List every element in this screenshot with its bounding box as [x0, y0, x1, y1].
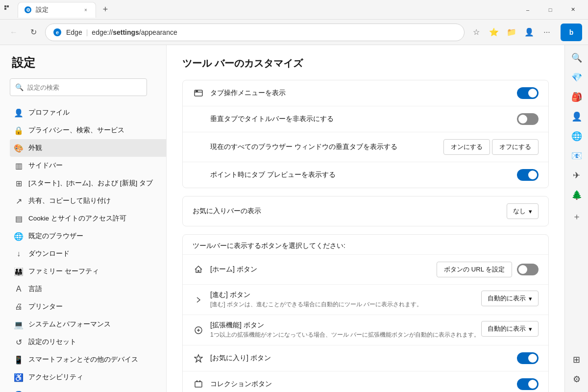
sidebar-item-share[interactable]: ↗ 共有、コピーして貼り付け	[10, 192, 166, 210]
tab-preview-icon	[193, 169, 204, 181]
minimize-button[interactable]: –	[516, 0, 539, 20]
maximize-button[interactable]: □	[539, 0, 562, 20]
right-sidebar: 🔍 💎 🎒 👤 🌐 📧 ✈ 🌲 ＋ ⊞ ⚙	[564, 45, 588, 392]
collections-icon[interactable]: 📁	[504, 24, 519, 40]
vertical-titlebar-icon	[193, 113, 204, 125]
sidebar-item-profile[interactable]: 👤 プロファイル	[10, 104, 166, 122]
nav-icon-privacy: 🔒	[14, 125, 24, 135]
sidebar-item-cookies[interactable]: ▤ Cookie とサイトのアクセス許可	[10, 210, 166, 227]
extensions-btn-dropdown[interactable]: 自動的に表示 ▾	[481, 321, 539, 337]
search-input[interactable]	[27, 84, 142, 91]
bookmark-icon[interactable]: ⭐	[486, 24, 502, 40]
right-user-icon[interactable]: 👤	[568, 108, 586, 125]
back-button[interactable]: ←	[6, 24, 22, 40]
close-button[interactable]: ✕	[562, 0, 584, 20]
nav-icon-phone: 📱	[14, 355, 24, 365]
forward-btn-arrow: ▾	[529, 295, 532, 302]
vertical-tabs-all-row: 現在のすべてのブラウザー ウィンドウの垂直タブを表示する オンにする オフにする	[183, 132, 548, 162]
nav-icon-cookies: ▤	[14, 214, 24, 223]
forward-btn-dropdown[interactable]: 自動的に表示 ▾	[481, 291, 539, 306]
favorites-bar-row: お気に入りバーの表示 なし ▾	[183, 196, 548, 226]
extensions-btn-row: [拡張機能] ボタン 1つ以上の拡張機能がオンになっている場合、ツール バーに拡…	[183, 315, 548, 345]
nav-icon-family: 👨‍👩‍👧	[14, 267, 24, 276]
tab-favicon: ⚙	[24, 6, 32, 14]
favorites-btn-label: [お気に入り] ボタン	[210, 354, 517, 363]
sidebar-item-family[interactable]: 👨‍👩‍👧 ファミリー セーフティ	[10, 263, 166, 280]
nav-icon-downloads: ↓	[14, 249, 24, 259]
tab-close-button[interactable]: ×	[82, 6, 90, 14]
sidebar-item-default-browser[interactable]: 🌐 既定のブラウザー	[10, 227, 166, 245]
nav-icon-profile: 👤	[14, 108, 24, 118]
nav-label-cookies: Cookie とサイトのアクセス許可	[28, 214, 126, 223]
nav-label-sidebar: サイドバー	[28, 161, 63, 170]
vertical-titlebar-toggle[interactable]	[517, 113, 539, 125]
active-tab[interactable]: ⚙ 設定 ×	[18, 2, 96, 18]
right-add-icon[interactable]: ＋	[568, 208, 586, 225]
new-tab-button[interactable]: +	[98, 2, 113, 17]
home-btn-toggle[interactable]	[517, 264, 539, 275]
svg-text:⚙: ⚙	[26, 7, 30, 13]
sidebar-item-sidebar[interactable]: ▥ サイドバー	[10, 157, 166, 174]
favorites-bar-dropdown[interactable]: なし ▾	[507, 203, 539, 219]
extensions-icon	[193, 324, 204, 336]
nav-icon-language: A	[14, 284, 24, 294]
sidebar-item-printer[interactable]: 🖨 プリンター	[10, 298, 166, 316]
sidebar-item-phone[interactable]: 📱 スマートフォンとその他のデバイス	[10, 351, 166, 368]
right-tools-icon[interactable]: 🎒	[568, 88, 586, 106]
turn-on-button[interactable]: オンにする	[443, 139, 490, 155]
nav-label-accessibility: アクセシビリティ	[28, 373, 83, 382]
right-globe-icon[interactable]: 🌐	[568, 127, 586, 145]
svg-rect-1	[7, 5, 9, 7]
right-outlook-icon[interactable]: 📧	[568, 147, 586, 165]
sidebar-item-language[interactable]: A 言語	[10, 280, 166, 298]
nav-label-default-browser: 既定のブラウザー	[28, 232, 83, 241]
right-settings-icon[interactable]: ⚙	[568, 370, 586, 388]
toolbar-buttons-card: ツールバーに表示するボタンを選択してください: [ホーム] ボタン ボタンの U…	[182, 234, 549, 392]
collections-btn-toggle[interactable]	[517, 378, 539, 390]
nav-label-downloads: ダウンロード	[28, 249, 70, 258]
sidebar-item-appearance[interactable]: 🎨 外観	[10, 139, 166, 157]
sidebar-item-system[interactable]: 💻 システムとパフォーマンス	[10, 316, 166, 333]
sidebar-item-accessibility[interactable]: ♿ アクセシビリティ	[10, 368, 166, 386]
refresh-button[interactable]: ↻	[25, 24, 41, 40]
favorites-icon[interactable]: ☆	[468, 24, 484, 40]
sidebar-item-new-tab[interactable]: ⊞ [スタート]、[ホーム]、および [新規] タブ	[10, 174, 166, 192]
right-teams-icon[interactable]: ✈	[568, 167, 586, 184]
right-split-icon[interactable]: ⊞	[568, 351, 586, 368]
forward-btn-row: [進む] ボタン [進む] ボタンは、進むことができる場合に自動的にツール バー…	[183, 285, 548, 315]
tab-menu-toggle[interactable]	[517, 87, 539, 99]
address-brand: Edge	[66, 28, 82, 36]
right-tree-icon[interactable]: 🌲	[568, 186, 586, 204]
profile-icon[interactable]: 👤	[521, 24, 537, 40]
nav-actions: ☆ ⭐ 📁 👤 ···	[468, 24, 555, 40]
sidebar-item-about[interactable]: 🔵 Microsoft Edge について	[10, 386, 166, 392]
nav-icon-new-tab: ⊞	[14, 178, 24, 188]
set-url-button[interactable]: ボタンの URL を設定	[437, 262, 512, 277]
menu-icon[interactable]: ···	[539, 24, 555, 40]
svg-rect-0	[4, 5, 6, 7]
forward-btn-sublabel: [進む] ボタンは、進むことができる場合に自動的にツール バーに表示されます。	[210, 300, 481, 309]
address-separator: |	[86, 28, 88, 36]
svg-text:b: b	[569, 28, 574, 36]
bing-chat-button[interactable]: b	[561, 24, 582, 41]
nav-label-reset: 設定のリセット	[28, 338, 76, 346]
turn-off-button[interactable]: オフにする	[492, 139, 539, 155]
tab-preview-toggle[interactable]	[517, 169, 539, 181]
favorites-btn-toggle[interactable]	[517, 352, 539, 364]
sidebar-item-reset[interactable]: ↺ 設定のリセット	[10, 333, 166, 351]
vertical-tabs-all-icon	[193, 141, 204, 153]
right-search-icon[interactable]: 🔍	[568, 49, 586, 67]
settings-nav: 👤 プロファイル 🔒 プライバシー、検索、サービス 🎨 外観 ▥ サイドバー ⊞…	[10, 104, 166, 392]
search-icon: 🔍	[15, 83, 24, 91]
sidebar-item-downloads[interactable]: ↓ ダウンロード	[10, 245, 166, 263]
nav-label-system: システムとパフォーマンス	[28, 320, 111, 329]
nav-bar: ← ↻ e Edge | edge://settings/appearance …	[0, 20, 588, 45]
sidebar-item-privacy[interactable]: 🔒 プライバシー、検索、サービス	[10, 122, 166, 139]
extensions-btn-sublabel: 1つ以上の拡張機能がオンになっている場合、ツール バーに拡張機能ボタンが自動的に…	[210, 331, 481, 339]
search-box[interactable]: 🔍	[10, 78, 147, 96]
nav-icon-printer: 🖨	[14, 302, 24, 312]
right-gem-icon[interactable]: 💎	[568, 69, 586, 86]
collections-btn-icon	[193, 378, 204, 390]
vertical-titlebar-row: 垂直タブでタイトルバーを非表示にする	[183, 106, 548, 132]
address-bar[interactable]: e Edge | edge://settings/appearance	[45, 24, 465, 41]
